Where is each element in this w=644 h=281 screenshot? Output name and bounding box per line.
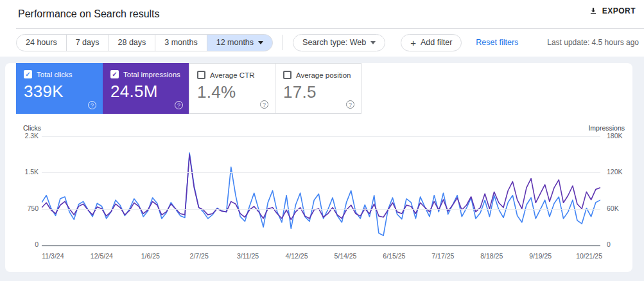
performance-page: Performance on Search results EXPORT 24 … <box>0 0 644 281</box>
help-icon[interactable]: ? <box>260 100 268 109</box>
left-axis-tick: 1.5K <box>5 168 39 176</box>
add-filter-label: Add filter <box>421 38 452 47</box>
date-range-label: 28 days <box>118 38 146 47</box>
right-axis-tick: 180K <box>607 132 623 140</box>
reset-filters-link[interactable]: Reset filters <box>476 38 518 47</box>
left-axis-tick: 0 <box>5 240 39 248</box>
gridline <box>42 136 600 137</box>
date-range-option-24-hours[interactable]: 24 hours <box>16 34 67 51</box>
date-range-label: 12 months <box>216 38 254 47</box>
x-axis-label: 1/6/25 <box>141 252 160 260</box>
checkbox-checked-icon[interactable] <box>110 70 119 78</box>
date-range-option-3-months[interactable]: 3 months <box>155 34 207 51</box>
checkbox-unchecked-icon[interactable] <box>283 71 292 79</box>
metric-tile-average-ctr[interactable]: Average CTR 1.4% ? <box>189 63 275 114</box>
help-icon[interactable]: ? <box>346 100 354 109</box>
x-axis-label: 9/19/25 <box>529 252 552 260</box>
left-axis-tick: 750 <box>5 204 39 212</box>
x-axis-label: 8/18/25 <box>480 252 503 260</box>
right-axis-title: Impressions <box>588 124 625 132</box>
series-line-total-clicks <box>42 153 600 236</box>
x-axis-label: 10/21/25 <box>576 252 602 260</box>
right-axis-tick: 0 <box>607 240 611 248</box>
metric-label: Total clicks <box>37 71 73 78</box>
metric-tiles: Total clicks 339K ? Total impressions 24… <box>16 63 361 114</box>
x-axis-label: 2/7/25 <box>190 252 209 260</box>
metric-value: 339K <box>24 82 95 102</box>
gridline <box>42 172 600 173</box>
metric-value: 1.4% <box>197 82 267 102</box>
checkbox-checked-icon[interactable] <box>24 70 32 78</box>
x-axis-line <box>42 245 600 246</box>
metric-value: 24.5M <box>110 82 182 102</box>
metric-tile-total-clicks[interactable]: Total clicks 339K ? <box>16 63 103 114</box>
date-range-option-28-days[interactable]: 28 days <box>109 34 156 51</box>
date-range-option-12-months[interactable]: 12 months <box>207 34 273 51</box>
x-axis-label: 7/17/25 <box>431 252 454 260</box>
date-range-option-7-days[interactable]: 7 days <box>66 34 109 51</box>
export-label: EXPORT <box>602 6 636 15</box>
metric-label: Average CTR <box>210 71 254 79</box>
gridline <box>42 209 600 210</box>
left-axis-title: Clicks <box>8 124 41 132</box>
metric-tile-total-impressions[interactable]: Total impressions 24.5M ? <box>103 63 189 114</box>
filter-divider <box>283 35 283 50</box>
date-range-label: 3 months <box>164 38 197 47</box>
metric-label: Total impressions <box>123 71 180 78</box>
metric-tile-average-position[interactable]: Average position 17.5 ? <box>275 63 361 114</box>
search-type-label: Search type: Web <box>302 38 366 47</box>
add-filter-button[interactable]: + Add filter <box>401 34 462 51</box>
metric-label: Average position <box>296 71 351 79</box>
search-type-button[interactable]: Search type: Web <box>293 34 385 51</box>
checkbox-unchecked-icon[interactable] <box>197 71 205 79</box>
clicks-impressions-chart[interactable] <box>42 136 600 245</box>
header-divider <box>16 28 644 29</box>
metric-value: 17.5 <box>283 82 353 102</box>
page-title: Performance on Search results <box>18 8 160 20</box>
x-axis-label: 12/5/24 <box>91 252 113 260</box>
x-axis-label: 5/14/25 <box>334 252 356 260</box>
download-icon <box>589 6 598 15</box>
export-button[interactable]: EXPORT <box>589 6 636 15</box>
left-axis-tick: 2.3K <box>5 132 39 140</box>
x-axis-label: 6/15/25 <box>383 252 405 260</box>
help-icon[interactable]: ? <box>175 101 183 109</box>
x-axis-labels: 11/3/2412/5/241/6/252/7/253/11/254/12/25… <box>42 252 600 261</box>
right-axis-tick: 120K <box>607 168 623 176</box>
plus-icon: + <box>410 38 416 48</box>
date-range-label: 24 hours <box>26 38 57 47</box>
help-icon[interactable]: ? <box>88 101 96 109</box>
last-update-text: Last update: 4.5 hours ago <box>547 38 639 47</box>
filter-bar: 24 hours7 days28 days3 months12 months S… <box>16 33 639 51</box>
date-range-group: 24 hours7 days28 days3 months12 months <box>16 34 273 51</box>
x-axis-label: 4/12/25 <box>286 252 308 260</box>
chevron-down-icon <box>370 41 376 44</box>
performance-card: Total clicks 339K ? Total impressions 24… <box>5 63 632 272</box>
series-line-total-impressions <box>42 154 600 219</box>
chevron-down-icon <box>258 41 263 44</box>
right-axis-tick: 60K <box>607 204 619 212</box>
date-range-label: 7 days <box>76 38 100 47</box>
x-axis-label: 11/3/24 <box>42 252 64 260</box>
x-axis-label: 3/11/25 <box>237 252 259 260</box>
